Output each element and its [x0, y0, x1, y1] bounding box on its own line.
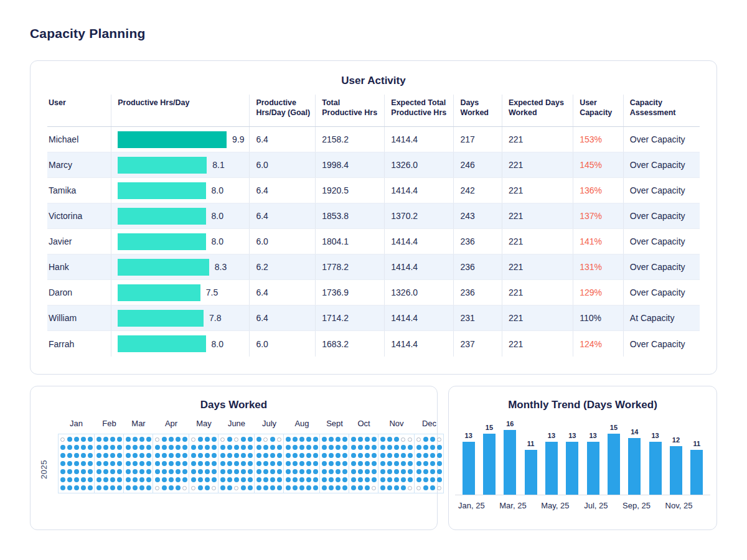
day-dot-worked — [205, 437, 210, 442]
day-dot-worked — [146, 469, 151, 474]
trend-bar — [649, 442, 662, 495]
day-dot-worked — [270, 437, 275, 442]
day-dot-worked — [351, 477, 356, 482]
day-dot-worked — [117, 437, 122, 442]
day-dot-worked — [67, 453, 72, 458]
day-dot-worked — [394, 469, 399, 474]
user-activity-table: User Productive Hrs/Day Productive Hrs/D… — [47, 95, 700, 357]
day-dot-worked — [423, 445, 428, 450]
day-dot-worked — [133, 453, 138, 458]
day-dot-worked — [139, 485, 144, 490]
calendar-month: Sept — [320, 419, 349, 493]
day-dot-worked — [358, 477, 363, 482]
day-dot-worked — [365, 437, 370, 442]
day-dot-worked — [256, 485, 261, 490]
productive-hrs-cell: 8.0 — [111, 203, 250, 229]
month-label: June — [218, 419, 255, 428]
trend-bar-group: 13 — [458, 432, 479, 495]
day-dot-worked — [322, 477, 327, 482]
trend-x-tick: Mar, 25 — [499, 501, 526, 510]
day-dot-worked — [437, 445, 442, 450]
day-dot-empty — [416, 486, 421, 490]
day-dot-worked — [437, 477, 442, 482]
day-dot-worked — [263, 469, 268, 474]
day-dot-worked — [198, 461, 203, 466]
day-dot-worked — [227, 461, 232, 466]
expected-days-cell: 221 — [502, 203, 573, 229]
day-dot-worked — [117, 469, 122, 474]
day-dot-worked — [430, 469, 435, 474]
month-label: Nov — [378, 419, 415, 428]
day-dot-worked — [401, 461, 406, 466]
day-dot-worked — [394, 445, 399, 450]
page-title: Capacity Planning — [30, 26, 145, 41]
day-dot-worked — [126, 469, 131, 474]
day-dot-worked — [96, 461, 101, 466]
day-dot-worked — [423, 485, 428, 490]
day-dot-worked — [372, 445, 377, 450]
day-dot-worked — [227, 485, 232, 490]
expected-days-cell: 221 — [502, 306, 573, 331]
day-dot-worked — [365, 477, 370, 482]
day-dot-worked — [205, 477, 210, 482]
productive-hrs-value: 8.3 — [215, 262, 227, 272]
day-dot-worked — [227, 437, 232, 442]
day-dot-worked — [394, 461, 399, 466]
day-dot-worked — [81, 469, 86, 474]
day-dot-worked — [103, 477, 108, 482]
productive-hrs-value: 8.1 — [212, 160, 224, 170]
day-dot-worked — [329, 461, 334, 466]
trend-x-tick — [527, 501, 542, 510]
day-dot-worked — [299, 461, 304, 466]
day-dot-worked — [169, 485, 174, 490]
day-dot-worked — [256, 453, 261, 458]
calendar-month: Nov — [378, 419, 415, 493]
day-dot-worked — [133, 469, 138, 474]
day-dot-worked — [430, 485, 435, 490]
days-worked-cell: 236 — [454, 280, 502, 306]
productive-hrs-value: 9.9 — [232, 134, 244, 144]
total-hrs-cell: 1998.4 — [316, 152, 385, 178]
assessment-cell: Over Capacity — [623, 331, 700, 357]
day-dot-worked — [416, 469, 421, 474]
day-dot-worked — [81, 445, 86, 450]
day-dot-worked — [293, 437, 298, 442]
assessment-cell: Over Capacity — [623, 178, 700, 203]
month-label: July — [255, 419, 284, 428]
day-dot-worked — [169, 461, 174, 466]
day-dot-worked — [277, 485, 282, 490]
day-dot-worked — [286, 445, 291, 450]
user-name-cell: Daron — [47, 280, 111, 306]
table-row: Javier8.06.01804.11414.4236221141%Over C… — [47, 229, 700, 254]
day-dot-worked — [198, 485, 203, 490]
day-dot-worked — [313, 469, 318, 474]
trend-bar-group: 13 — [645, 432, 665, 495]
day-dot-worked — [408, 445, 413, 450]
day-dot-worked — [256, 445, 261, 450]
days-worked-cell: 217 — [454, 127, 502, 152]
day-dot-worked — [351, 485, 356, 490]
day-dot-empty — [437, 486, 441, 490]
day-dot-worked — [322, 453, 327, 458]
day-dot-worked — [248, 437, 253, 442]
day-dot-empty — [372, 486, 376, 490]
day-dot-worked — [198, 437, 203, 442]
col-header-goal: Productive Hrs/Day (Goal) — [250, 95, 316, 127]
day-dot-worked — [133, 437, 138, 442]
month-label: Sept — [320, 419, 349, 428]
trend-bar — [670, 446, 682, 495]
days-worked-title: Days Worked — [31, 399, 437, 411]
capacity-planning-page: Capacity Planning User Activity User Pro… — [0, 0, 747, 560]
user-capacity-cell: 124% — [573, 331, 624, 357]
user-capacity-cell: 136% — [573, 178, 624, 203]
calendar-month: June — [218, 419, 255, 493]
day-dot-worked — [162, 461, 167, 466]
day-dot-worked — [176, 437, 181, 442]
day-dot-worked — [205, 453, 210, 458]
day-dot-worked — [306, 437, 311, 442]
day-dot-worked — [67, 461, 72, 466]
month-label: Apr — [153, 419, 189, 428]
col-header-total-hrs: Total Productive Hrs — [316, 95, 385, 127]
trend-bar-value: 16 — [506, 420, 514, 427]
expected-total-cell: 1414.4 — [385, 127, 454, 152]
